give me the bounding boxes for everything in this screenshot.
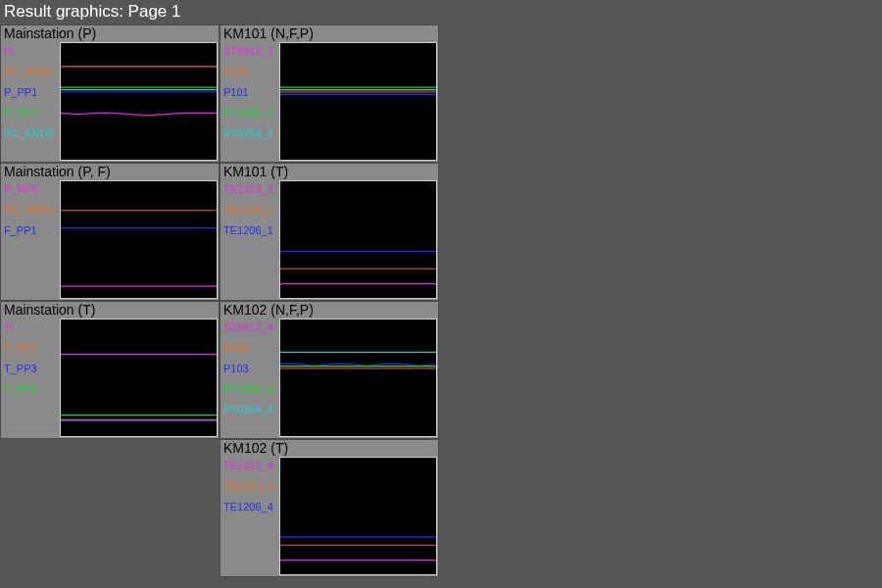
legend-item: PC_KRD2 <box>4 127 60 139</box>
series-line <box>61 113 217 115</box>
legend-item: F_PP1 <box>4 224 60 236</box>
panel-km102-nfp: KM102 (N,F,P)ST8612_4F103P103PT1006_4PT0… <box>220 301 439 439</box>
legend: PiPC_KRD1P_PP1P_PP3PC_KRD2 <box>1 41 60 162</box>
panel-body: ST8612_4F103P103PT1006_4PT0204_4 <box>220 318 438 438</box>
panel-body: ST8612_1F101P101PT1006_1PT0204_1 <box>220 41 438 162</box>
legend-item: TE1313_1 <box>223 183 279 195</box>
legend-item: F101 <box>223 66 279 77</box>
panel-body: P_PP5PC_KRD3F_PP1 <box>1 179 219 300</box>
plot[interactable] <box>60 180 218 299</box>
panel-title: Mainstation (P) <box>1 25 219 41</box>
legend-item: T_PP1 <box>4 342 60 354</box>
plot[interactable] <box>60 318 218 437</box>
results-grid: Mainstation (P)PiPC_KRD1P_PP1P_PP3PC_KRD… <box>0 24 882 577</box>
panel-mainstation-p: Mainstation (P)PiPC_KRD1P_PP1P_PP3PC_KRD… <box>0 24 220 163</box>
legend: ST8612_4F103P103PT1006_4PT0204_4 <box>220 318 279 438</box>
legend-item: ST8612_1 <box>223 45 279 57</box>
legend-item: P_PP1 <box>4 86 60 98</box>
panel-km102-t: KM102 (T)TE1313_4TE1314_4TE1206_4 <box>220 439 439 577</box>
legend-item: PT1006_4 <box>223 383 279 395</box>
legend-item: PT1006_1 <box>223 107 279 119</box>
panel-body: PiPC_KRD1P_PP1P_PP3PC_KRD2 <box>1 41 219 162</box>
panel-body: TE1313_1TE1314_1TE1206_1 <box>220 179 438 300</box>
legend-item: PC_KRD1 <box>4 66 60 77</box>
legend-item: TE1314_4 <box>223 480 279 492</box>
legend-item: P_PP3 <box>4 107 60 119</box>
panel-empty <box>0 439 220 577</box>
legend-item: P_PP5 <box>4 183 60 195</box>
plot[interactable] <box>279 318 437 437</box>
panel-title: KM102 (T) <box>220 440 438 456</box>
legend-item: PC_KRD3 <box>4 204 60 216</box>
plot[interactable] <box>279 457 437 575</box>
legend-item: TE1313_4 <box>223 460 279 471</box>
panel-km101-t: KM101 (T)TE1313_1TE1314_1TE1206_1 <box>220 163 439 301</box>
legend-item: PT0204_4 <box>223 404 279 416</box>
legend-item: Pi <box>4 45 60 57</box>
legend-item: Ti <box>4 321 60 333</box>
plot[interactable] <box>60 42 218 161</box>
legend: TE1313_1TE1314_1TE1206_1 <box>220 179 279 300</box>
panel-title: KM101 (N,F,P) <box>220 25 438 41</box>
panel-title: KM101 (T) <box>220 164 438 179</box>
legend-item: PT0204_1 <box>223 127 279 139</box>
panel-mainstation-t: Mainstation (T)TiT_PP1T_PP3T_PP5 <box>0 301 220 439</box>
legend-item: F103 <box>223 342 279 354</box>
panel-km101-nfp: KM101 (N,F,P)ST8612_1F101P101PT1006_1PT0… <box>220 24 439 163</box>
legend-item: P103 <box>223 363 279 374</box>
plot[interactable] <box>279 42 437 161</box>
legend-item: T_PP5 <box>4 383 60 395</box>
plot[interactable] <box>279 180 437 299</box>
legend-item: TE1314_1 <box>223 204 279 216</box>
legend: TE1313_4TE1314_4TE1206_4 <box>220 456 279 576</box>
legend: P_PP5PC_KRD3F_PP1 <box>1 179 60 300</box>
legend: ST8612_1F101P101PT1006_1PT0204_1 <box>220 41 279 162</box>
panel-title: KM102 (N,F,P) <box>220 302 438 318</box>
legend: TiT_PP1T_PP3T_PP5 <box>1 318 60 438</box>
panel-body: TiT_PP1T_PP3T_PP5 <box>1 318 219 438</box>
panel-title: Mainstation (P, F) <box>1 164 219 179</box>
legend-item: T_PP3 <box>4 363 60 374</box>
legend-item: ST8612_4 <box>223 321 279 333</box>
legend-item: P101 <box>223 86 279 98</box>
legend-item: TE1206_4 <box>223 501 279 513</box>
legend-item: TE1206_1 <box>223 224 279 236</box>
panel-mainstation-pf: Mainstation (P, F)P_PP5PC_KRD3F_PP1 <box>0 163 220 301</box>
panel-title: Mainstation (T) <box>1 302 219 318</box>
panel-body: TE1313_4TE1314_4TE1206_4 <box>220 456 438 576</box>
page-title: Result graphics: Page 1 <box>0 0 882 24</box>
